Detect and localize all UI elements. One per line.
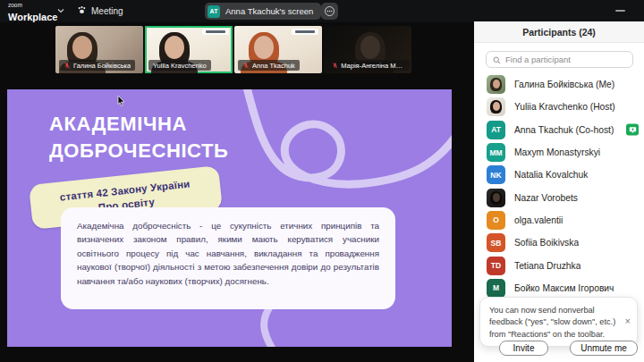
avatar: AT [208,5,220,18]
participant-name: Yuliia Kravchenko (Host) [514,102,615,112]
video-thumbnail[interactable]: Галина Бойківська [55,26,143,73]
participant-list: Галина Бойківська (Me)Yuliia Kravchenko … [474,73,644,299]
slide-definition-card: Академічна доброчесність - це сукупність… [61,207,395,309]
nonverbal-feedback-toast: You can now send nonverbal feedback ("ye… [479,297,638,347]
toast-text: You can now send nonverbal feedback ("ye… [489,305,619,341]
close-icon[interactable]: × [625,316,631,325]
participants-header: Participants (24) [474,21,644,43]
slide-title-line2: ДОБРОЧЕСНІСТЬ [49,138,229,164]
meeting-tab-label: Meeting [91,6,123,16]
virtual-bg-watermark [202,29,229,35]
participant-row[interactable]: TDTetiana Druzhka [474,254,644,276]
participant-row[interactable]: Галина Бойківська (Me) [474,73,644,96]
participant-row[interactable]: Yuliia Kravchenko (Host) [474,96,644,118]
participant-name: Nazar Vorobets [514,193,578,203]
minimize-button[interactable] [615,10,625,12]
video-thumbnail[interactable]: Anna Tkachuk [234,26,322,73]
participant-name: Бойко Максим Ігорович [514,283,614,293]
thumbnail-name-label: Галина Бойківська [59,60,135,71]
participant-row[interactable]: NKNatalia Kovalchuk [474,164,644,186]
participant-search[interactable] [486,51,633,68]
avatar: TD [487,257,505,275]
zoom-workplace-logo[interactable]: zoom Workplace [8,2,57,24]
invite-button[interactable]: Invite [499,341,548,356]
avatar: MM [487,143,505,162]
slide-title: АКАДЕМІЧНА ДОБРОЧЕСНІСТЬ [49,111,229,164]
tab-meeting[interactable]: Meeting [77,4,123,19]
participant-name: olga.valentii [514,215,563,225]
search-input[interactable] [505,55,626,64]
participant-name: Галина Бойківська [73,62,131,70]
participants-panel: Participants (24) Галина Бойківська (Me)… [474,21,644,362]
zoom-window: zoom Workplace Meeting AT Anna Tkachuk's… [0,0,644,362]
participant-name: Галина Бойківська (Me) [514,80,614,89]
thumbnail-name-label: Yuliia Kravchenko [148,60,211,71]
participant-row[interactable]: SBSofiia Boikivska [474,232,644,254]
search-icon [493,52,501,68]
avatar: AT [487,121,505,139]
shared-screen-slide: АКАДЕМІЧНА ДОБРОЧЕСНІСТЬ стаття 42 Закон… [7,89,452,347]
shared-screen-label: Anna Tkachuk's screen [225,6,313,16]
unmute-me-button[interactable]: Unmute me [570,341,638,356]
muted-mic-icon [242,62,250,70]
participant-name: Natalia Kovalchuk [514,170,588,180]
thumbnail-name-label: Марія-Ангеліна Мики... [327,60,410,71]
participant-row[interactable]: ATAnna Tkachuk (Co-host) [474,119,644,141]
logo-zoom: zoom [8,2,57,8]
muted-mic-icon [64,62,71,70]
slide-title-line1: АКАДЕМІЧНА [49,111,229,138]
video-thumbnail[interactable]: Марія-Ангеліна Мики... [324,26,411,73]
meeting-paw-icon [77,5,87,17]
avatar [487,75,505,94]
mouse-cursor [117,94,125,110]
avatar: NK [487,165,505,184]
virtual-bg-watermark [292,29,318,35]
participant-name: Maxym Monastyrskyi [514,147,600,157]
participant-row[interactable]: Nazar Vorobets [474,186,644,208]
participants-footer: Invite Unmute me [474,341,644,358]
participant-name: Anna Tkachuk (Co-host) [514,125,614,135]
participant-name: Yuliia Kravchenko [153,62,207,70]
avatar: SB [487,233,505,252]
participant-name: Sofiia Boikivska [514,238,579,248]
avatar: M [487,279,505,298]
participant-row[interactable]: MMMaxym Monastyrskyi [474,141,644,164]
more-options-button[interactable] [321,3,338,20]
logo-workplace: Workplace [8,12,57,22]
participant-name: Tetiana Druzhka [514,261,580,271]
avatar [487,189,505,207]
chevron-down-icon[interactable] [57,7,64,14]
muted-mic-icon [332,62,338,70]
thumbnail-name-label: Anna Tkachuk [238,60,300,71]
participant-row[interactable]: Oolga.valentii [474,209,644,232]
participant-name: Anna Tkachuk [252,62,295,70]
participants-title: Participants (24) [522,27,596,38]
titlebar: zoom Workplace Meeting AT Anna Tkachuk's… [0,0,644,22]
shared-screen-pill[interactable]: AT Anna Tkachuk's screen [205,3,321,20]
participant-name: Марія-Ангеліна Мики... [341,62,405,70]
video-thumbnail[interactable]: Yuliia Kravchenko [145,26,233,73]
video-strip: Галина БойківськаYuliia KravchenkoAnna T… [55,26,411,73]
avatar [487,97,505,116]
slide-body-text: Академічна доброчесність - це сукупність… [77,219,379,288]
avatar: O [487,211,505,230]
screen-share-icon [626,124,639,136]
